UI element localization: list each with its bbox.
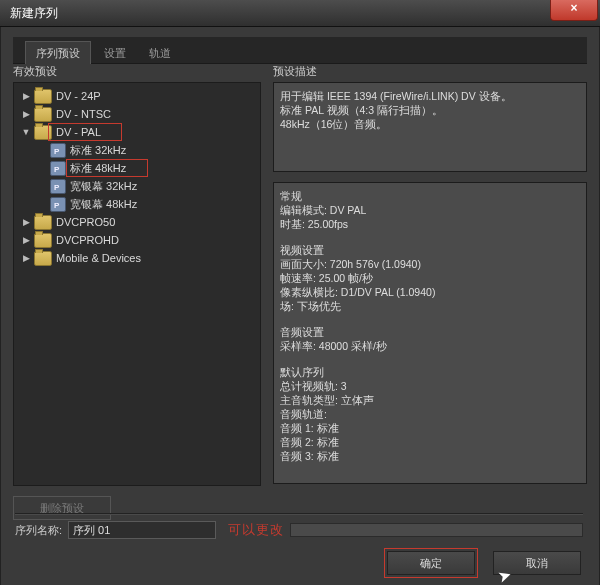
- preset-icon: [50, 161, 66, 176]
- detail-line: 场: 下场优先: [280, 299, 580, 313]
- detail-line: 帧速率: 25.00 帧/秒: [280, 271, 580, 285]
- tree-item-label: DV - NTSC: [56, 105, 111, 123]
- window-titlebar: 新建序列 ×: [0, 0, 600, 27]
- detail-line: 编辑模式: DV PAL: [280, 203, 580, 217]
- tree-preset[interactable]: 标准 48kHz: [16, 159, 258, 177]
- chevron-right-icon[interactable]: [20, 87, 32, 105]
- tree-folder[interactable]: DV - PAL: [16, 123, 258, 141]
- chevron-right-icon[interactable]: [20, 213, 32, 231]
- blank-line: [280, 231, 580, 243]
- window-close-button[interactable]: ×: [550, 0, 598, 21]
- tree-folder[interactable]: DVCPROHD: [16, 231, 258, 249]
- folder-icon: [34, 107, 52, 122]
- chevron-right-icon[interactable]: [20, 105, 32, 123]
- dialog-body: 序列预设 设置 轨道 有效预设 DV - 24PDV - NTSCDV - PA…: [0, 27, 600, 585]
- detail-line: 默认序列: [280, 365, 580, 379]
- tree-item-label: DV - PAL: [56, 123, 101, 141]
- folder-icon: [34, 125, 52, 140]
- tree-folder[interactable]: DVCPRO50: [16, 213, 258, 231]
- detail-line: 音频设置: [280, 325, 580, 339]
- tab-tracks[interactable]: 轨道: [139, 42, 181, 64]
- folder-icon: [34, 251, 52, 266]
- detail-line: 音频轨道:: [280, 407, 580, 421]
- tree-item-label: DV - 24P: [56, 87, 101, 105]
- folder-icon: [34, 89, 52, 104]
- window-title: 新建序列: [10, 6, 58, 20]
- ok-button[interactable]: 确定: [387, 551, 475, 575]
- blank-line: [280, 353, 580, 365]
- folder-icon: [34, 233, 52, 248]
- tab-bar: 序列预设 设置 轨道: [13, 37, 587, 64]
- preset-icon: [50, 179, 66, 194]
- detail-line: 总计视频轨: 3: [280, 379, 580, 393]
- summary-line: 标准 PAL 视频（4:3 隔行扫描）。: [280, 103, 580, 117]
- detail-line: 音频 3: 标准: [280, 449, 580, 463]
- tree-item-label: 宽银幕 48kHz: [70, 195, 137, 213]
- delete-preset-button: 删除预设: [13, 496, 111, 520]
- preset-tree: DV - 24PDV - NTSCDV - PAL标准 32kHz标准 48kH…: [14, 83, 260, 271]
- blank-line: [280, 313, 580, 325]
- folder-icon: [34, 215, 52, 230]
- tree-item-label: DVCPRO50: [56, 213, 115, 231]
- preset-summary-box[interactable]: 用于编辑 IEEE 1394 (FireWire/i.LINK) DV 设备。标…: [273, 82, 587, 172]
- tree-preset[interactable]: 宽银幕 32kHz: [16, 177, 258, 195]
- sequence-name-label: 序列名称:: [15, 523, 62, 538]
- close-icon: ×: [570, 1, 577, 15]
- chevron-down-icon[interactable]: [20, 123, 32, 141]
- chevron-right-icon[interactable]: [20, 249, 32, 267]
- dialog-button-row: 确定 取消: [387, 551, 581, 575]
- tree-folder[interactable]: DV - 24P: [16, 87, 258, 105]
- detail-line: 视频设置: [280, 243, 580, 257]
- tree-item-label: Mobile & Devices: [56, 249, 141, 267]
- preset-icon: [50, 197, 66, 212]
- tree-preset[interactable]: 标准 32kHz: [16, 141, 258, 159]
- tab-sequence-presets[interactable]: 序列预设: [25, 41, 91, 64]
- preset-description-panel: 预设描述 用于编辑 IEEE 1394 (FireWire/i.LINK) DV…: [273, 64, 587, 520]
- cancel-button[interactable]: 取消: [493, 551, 581, 575]
- detail-line: 主音轨类型: 立体声: [280, 393, 580, 407]
- detail-line: 画面大小: 720h 576v (1.0940): [280, 257, 580, 271]
- tree-folder[interactable]: DV - NTSC: [16, 105, 258, 123]
- sequence-name-note: 可以更改: [228, 521, 284, 539]
- sequence-name-input[interactable]: [68, 521, 216, 539]
- tree-item-label: 宽银幕 32kHz: [70, 177, 137, 195]
- separator: [15, 513, 583, 515]
- tree-item-label: 标准 48kHz: [70, 159, 126, 177]
- preset-icon: [50, 143, 66, 158]
- detail-line: 时基: 25.00fps: [280, 217, 580, 231]
- summary-line: 用于编辑 IEEE 1394 (FireWire/i.LINK) DV 设备。: [280, 89, 580, 103]
- tree-preset[interactable]: 宽银幕 48kHz: [16, 195, 258, 213]
- tab-settings[interactable]: 设置: [94, 42, 136, 64]
- available-presets-header: 有效预设: [13, 64, 261, 78]
- available-presets-panel: 有效预设 DV - 24PDV - NTSCDV - PAL标准 32kHz标准…: [13, 64, 261, 520]
- sequence-name-extend: [290, 523, 583, 537]
- preset-tree-box[interactable]: DV - 24PDV - NTSCDV - PAL标准 32kHz标准 48kH…: [13, 82, 261, 486]
- detail-line: 音频 1: 标准: [280, 421, 580, 435]
- detail-line: 常规: [280, 189, 580, 203]
- detail-line: 音频 2: 标准: [280, 435, 580, 449]
- summary-line: 48kHz（16位）音频。: [280, 117, 580, 131]
- preset-description-header: 预设描述: [273, 64, 587, 78]
- detail-line: 采样率: 48000 采样/秒: [280, 339, 580, 353]
- tree-folder[interactable]: Mobile & Devices: [16, 249, 258, 267]
- tree-item-label: DVCPROHD: [56, 231, 119, 249]
- detail-line: 像素纵横比: D1/DV PAL (1.0940): [280, 285, 580, 299]
- chevron-right-icon[interactable]: [20, 231, 32, 249]
- preset-details-box[interactable]: 常规编辑模式: DV PAL时基: 25.00fps视频设置画面大小: 720h…: [273, 182, 587, 484]
- sequence-name-row: 序列名称: 可以更改: [15, 521, 583, 539]
- tree-item-label: 标准 32kHz: [70, 141, 126, 159]
